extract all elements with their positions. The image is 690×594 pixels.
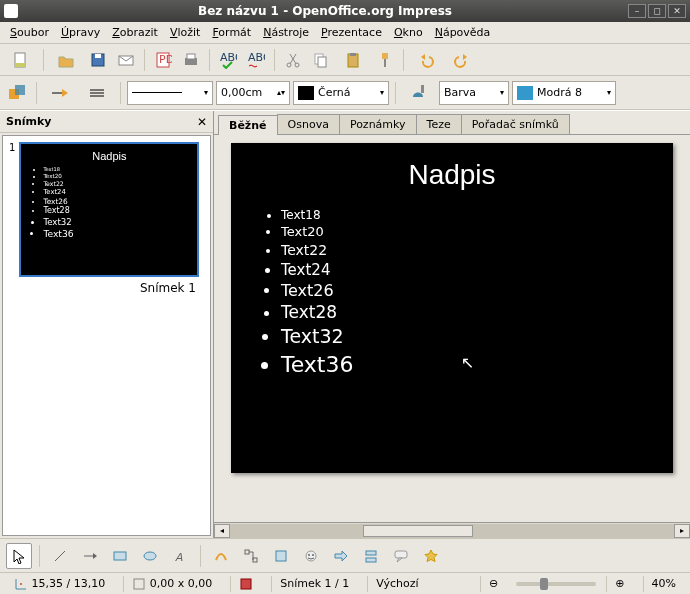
- zoom-in-button[interactable]: ⊕: [606, 576, 632, 592]
- tab-normal[interactable]: Běžné: [218, 115, 278, 135]
- zoom-slider[interactable]: [516, 582, 596, 586]
- export-pdf-button[interactable]: PDF: [150, 47, 176, 73]
- tab-theses[interactable]: Teze: [416, 114, 462, 134]
- arrange-button[interactable]: [4, 80, 30, 106]
- slide-bullet[interactable]: Text28: [281, 301, 643, 324]
- zoom-out-button[interactable]: ⊖: [480, 576, 506, 592]
- redo-button[interactable]: [445, 47, 479, 73]
- slides-panel-title: Snímky: [6, 115, 51, 128]
- slides-panel-header: Snímky ✕: [0, 111, 213, 133]
- new-button[interactable]: [4, 47, 38, 73]
- menu-help[interactable]: Nápověda: [429, 24, 497, 41]
- scroll-right-button[interactable]: ▸: [674, 524, 690, 538]
- slide-bullet[interactable]: Text22: [281, 241, 643, 260]
- tab-outline[interactable]: Osnova: [277, 114, 340, 134]
- close-button[interactable]: ✕: [668, 4, 686, 18]
- symbol-shapes-tool[interactable]: [298, 543, 324, 569]
- copy-button[interactable]: [308, 47, 334, 73]
- slide-title[interactable]: Nadpis: [261, 159, 643, 191]
- maximize-button[interactable]: ◻: [648, 4, 666, 18]
- save-button[interactable]: [85, 47, 111, 73]
- line-color-dropdown[interactable]: Černá▾: [293, 81, 389, 105]
- arrow-tool[interactable]: [77, 543, 103, 569]
- slide-thumbnail[interactable]: Nadpis Text18Text20Text22Text24Text26Tex…: [19, 142, 199, 277]
- stars-tool[interactable]: [418, 543, 444, 569]
- svg-point-36: [20, 583, 22, 585]
- thumb-bullet: Text28: [43, 206, 187, 216]
- menu-view[interactable]: Zobrazit: [106, 24, 164, 41]
- flowchart-tool[interactable]: [358, 543, 384, 569]
- menu-tools[interactable]: Nástroje: [257, 24, 315, 41]
- line-tool[interactable]: [47, 543, 73, 569]
- tab-notes[interactable]: Poznámky: [339, 114, 417, 134]
- menu-window[interactable]: Okno: [388, 24, 429, 41]
- rectangle-tool[interactable]: [107, 543, 133, 569]
- svg-rect-8: [187, 54, 195, 59]
- scroll-thumb[interactable]: [363, 525, 473, 537]
- svg-text:ABC: ABC: [220, 51, 237, 64]
- slides-panel-close-icon[interactable]: ✕: [197, 115, 207, 129]
- curve-tool[interactable]: [208, 543, 234, 569]
- svg-line-22: [55, 551, 65, 561]
- view-tabs: Běžné Osnova Poznámky Teze Pořadač snímk…: [214, 111, 690, 135]
- canvas-wrap[interactable]: Nadpis Text18Text20Text22Text24Text26Tex…: [214, 135, 690, 522]
- slide-bullets[interactable]: Text18Text20Text22Text24Text26Text28Text…: [261, 207, 643, 380]
- line-end-button[interactable]: [43, 80, 77, 106]
- main-area: Snímky ✕ 1 Nadpis Text18Text20Text22Text…: [0, 110, 690, 538]
- standard-toolbar: PDF ABC ABC: [0, 44, 690, 76]
- line-style-dropdown[interactable]: ▾: [127, 81, 213, 105]
- slide-bullet[interactable]: Text18: [281, 207, 643, 223]
- open-button[interactable]: [49, 47, 83, 73]
- svg-rect-37: [134, 579, 144, 589]
- menu-edit[interactable]: Úpravy: [55, 24, 106, 41]
- zoom-value[interactable]: 40%: [643, 576, 684, 592]
- menu-presentation[interactable]: Prezentace: [315, 24, 388, 41]
- email-button[interactable]: [113, 47, 139, 73]
- svg-text:ABC: ABC: [248, 51, 265, 64]
- slide-bullet[interactable]: Text32: [281, 324, 643, 350]
- thumb-bullet: Text32: [43, 217, 187, 228]
- line-style-button[interactable]: [80, 80, 114, 106]
- menubar: Soubor Úpravy Zobrazit Vložit Formát Nás…: [0, 22, 690, 44]
- scroll-left-button[interactable]: ◂: [214, 524, 230, 538]
- horizontal-scrollbar[interactable]: ◂ ▸: [214, 522, 690, 538]
- paste-button[interactable]: [336, 47, 370, 73]
- autospell-button[interactable]: ABC: [243, 47, 269, 73]
- ellipse-tool[interactable]: [137, 543, 163, 569]
- slide-bullet[interactable]: Text36: [281, 350, 643, 380]
- menu-insert[interactable]: Vložit: [164, 24, 206, 41]
- slides-list[interactable]: 1 Nadpis Text18Text20Text22Text24Text26T…: [2, 135, 211, 536]
- thumb-bullet: Text24: [43, 188, 187, 197]
- slide-bullet[interactable]: Text26: [281, 280, 643, 302]
- line-width-dropdown[interactable]: 0,00cm▴▾: [216, 81, 290, 105]
- basic-shapes-tool[interactable]: [268, 543, 294, 569]
- svg-point-12: [295, 63, 299, 67]
- connector-tool[interactable]: [238, 543, 264, 569]
- undo-button[interactable]: [409, 47, 443, 73]
- format-paintbrush-button[interactable]: [372, 47, 398, 73]
- slide-thumb-item[interactable]: 1 Nadpis Text18Text20Text22Text24Text26T…: [9, 142, 204, 277]
- print-button[interactable]: [178, 47, 204, 73]
- spellcheck-button[interactable]: ABC: [215, 47, 241, 73]
- slide-bullet[interactable]: Text20: [281, 223, 643, 241]
- menu-file[interactable]: Soubor: [4, 24, 55, 41]
- svg-point-32: [312, 554, 314, 556]
- tab-sorter[interactable]: Pořadač snímků: [461, 114, 570, 134]
- line-fill-toolbar: ▾ 0,00cm▴▾ Černá▾ Barva▾ Modrá 8▾: [0, 76, 690, 110]
- select-tool[interactable]: [6, 543, 32, 569]
- menu-format[interactable]: Formát: [206, 24, 257, 41]
- area-button[interactable]: [402, 80, 436, 106]
- cut-button[interactable]: [280, 47, 306, 73]
- slide-number: 1: [9, 142, 15, 277]
- fill-color-dropdown[interactable]: Modrá 8▾: [512, 81, 616, 105]
- svg-point-11: [287, 63, 291, 67]
- minimize-button[interactable]: –: [628, 4, 646, 18]
- block-arrows-tool[interactable]: [328, 543, 354, 569]
- slide-bullet[interactable]: Text24: [281, 260, 643, 280]
- svg-rect-28: [253, 558, 257, 562]
- fill-type-dropdown[interactable]: Barva▾: [439, 81, 509, 105]
- callouts-tool[interactable]: [388, 543, 414, 569]
- text-tool[interactable]: A: [167, 543, 193, 569]
- slide-canvas[interactable]: Nadpis Text18Text20Text22Text24Text26Tex…: [231, 143, 673, 473]
- svg-rect-21: [421, 85, 424, 93]
